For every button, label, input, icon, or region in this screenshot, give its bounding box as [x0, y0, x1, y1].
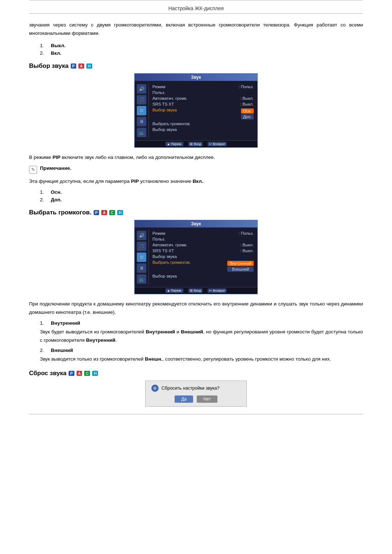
vybor-zvuka-note-text: В режиме PIP включите звук либо на главн… [29, 153, 363, 162]
badge-a-2: A [101, 210, 107, 215]
section-vybor-zvuka-heading: Выбор звука P A H [29, 62, 363, 70]
vybor-zvuka-item-2: 2. Доп. [40, 197, 363, 202]
menu-content-2: 🔊 🎵 ⚙ 🖥 📺 Режим : Польз. Польз. Автомати… [135, 227, 257, 287]
vybrat-num-1: 1. [40, 320, 46, 326]
menu-icon-gear-1: 🖥 [137, 117, 146, 126]
menu-title-bar-2: Звук [135, 220, 257, 227]
vybrat-intro: При подключении продукта к домашнему кин… [29, 300, 363, 317]
option-vnesh: Внешний [227, 267, 254, 272]
list-item-2: 2. Вкл. [40, 50, 363, 56]
list-label-2: Вкл. [51, 50, 61, 56]
vybor-zvuka-item-1: 1. Осн. [40, 189, 363, 195]
section-sbros-title: Сброс звука [29, 370, 66, 377]
section-vybor-zvuka-title: Выбор звука [29, 62, 69, 70]
vzbz-num-1: 1. [40, 189, 46, 195]
vzbz-label-2: Доп. [51, 197, 62, 202]
reset-icon: ⚙ [151, 385, 159, 392]
menu-options-1: Осн. Доп. [241, 108, 254, 120]
vybrat-sub-1: Звук будет выводиться из громкоговорител… [40, 328, 363, 345]
intro-text: звучания через систему с двумя громкогов… [29, 21, 363, 38]
badge-p-2: P [94, 210, 99, 215]
menu-icon-2-gear: 🖥 [137, 263, 146, 273]
note-block-1: ✎ Примечание. [29, 165, 363, 174]
vzbz-label-1: Осн. [51, 189, 62, 195]
menu-row-2-5: Выбор звука [152, 254, 254, 259]
option-osn: Осн. [241, 108, 254, 114]
reset-btn-no[interactable]: Нет [197, 395, 217, 403]
badge-h-2: H [117, 210, 123, 215]
page: Настройка ЖК-дисплея звучания через сист… [0, 0, 392, 554]
section-sbros-heading: Сброс звука P A C H [29, 370, 363, 377]
menu-row-1-4: SRS TS XT : Выкл. [152, 101, 254, 107]
menu-row-2-7: Выбор звука [152, 273, 254, 279]
menu-rows-1: Режим : Польз. Польз. Автоматич. громк. … [149, 82, 257, 139]
menu-content-1: 🔊 🎵 ⚙ 🖥 📺 Режим : Польз. Польз. Автомати… [135, 81, 257, 140]
menu-row-1-6: Выбрать громкогов. [152, 121, 254, 127]
vybrat-sub-2: Звук выводится только из громкоговорител… [40, 355, 363, 364]
menu-row-2-4: SRS TS XT : Выкл. [152, 248, 254, 254]
menu-box-vybrat: Звук 🔊 🎵 ⚙ 🖥 📺 Режим : Польз. Польз. [134, 220, 258, 294]
footer-btn-2-1: ▲ Перем. [166, 288, 184, 293]
vybrat-label-1: Внутренний [51, 320, 80, 326]
footer-btn-1-3: ↩ Возврат [208, 142, 226, 146]
menu-icons-1: 🔊 🎵 ⚙ 🖥 📺 [135, 82, 149, 139]
footer-item-2-3: ↩ Возврат [208, 288, 226, 293]
list-label-1: Выкл. [51, 43, 66, 48]
menu-row-2-2: Польз. [152, 236, 254, 242]
menu-row-2-6: Выбрать громкогов. Внутренний Внешний [152, 259, 254, 273]
option-dop: Доп. [241, 114, 254, 119]
reset-btn-yes[interactable]: Да [175, 395, 193, 403]
menu-icon-sound: 🔊 [137, 84, 146, 94]
badge-c-3: C [84, 371, 90, 376]
footer-btn-1-2: ⊞ Вход [188, 142, 203, 146]
menu-footer-1: ▲ Перем. ⊞ Вход ↩ Возврат [135, 140, 257, 147]
badge-h-3: H [92, 371, 98, 376]
footer-item-2-2: ⊞ Вход [188, 288, 203, 293]
footer-btn-2-2: ⊞ Вход [188, 288, 203, 293]
bottom-border [29, 414, 363, 414]
note-icon-1: ✎ [29, 166, 37, 174]
option-vnutr: Внутренний [227, 261, 254, 266]
vybrat-item-2: 2. Внешний [40, 348, 363, 353]
footer-item-1-3: ↩ Возврат [208, 142, 226, 146]
footer-btn-2-3: ↩ Возврат [208, 288, 226, 293]
menu-icon-tv-1: 📺 [137, 128, 146, 137]
menu-row-1-3: Автоматич. громк. : Выкл. [152, 95, 254, 101]
badge-a-1: A [78, 63, 84, 69]
menu-icons-2: 🔊 🎵 ⚙ 🖥 📺 [135, 229, 149, 286]
reset-dialog-title: ⚙ Сбросить настройки звука? [151, 385, 241, 392]
section-vybrat-title: Выбрать громкогов. [29, 209, 91, 216]
reset-dialog: ⚙ Сбросить настройки звука? Да Нет [145, 381, 247, 407]
reset-question: Сбросить настройки звука? [162, 386, 220, 391]
reset-buttons: Да Нет [151, 395, 241, 403]
menu-icon-2-tv: 📺 [137, 274, 146, 284]
menu-row-1-7: Выбор звука [152, 127, 254, 132]
badge-h-1: H [86, 63, 92, 69]
section-vybrat-heading: Выбрать громкогов. P A C H [29, 209, 363, 216]
page-title: Настройка ЖК-дисплея [29, 3, 363, 14]
footer-btn-1-1: ▲ Перем. [166, 142, 184, 146]
menu-icon-2-adj: 🎵 [137, 242, 146, 251]
menu-icon-active-1: ⚙ [137, 106, 146, 115]
vzbz-num-2: 2. [40, 197, 46, 202]
note-detail-1: Эта функция доступна, если для параметра… [29, 177, 363, 186]
menu-title-bar-1: Звук [135, 74, 257, 81]
vybrat-label-2: Внешний [51, 348, 73, 353]
menu-footer-2: ▲ Перем. ⊞ Вход ↩ Возврат [135, 287, 257, 294]
list-item-1: 1. Выкл. [40, 43, 363, 48]
badge-c-2: C [109, 210, 115, 215]
list-num-1: 1. [40, 43, 46, 48]
vybrat-item-1: 1. Внутренний [40, 320, 363, 326]
menu-rows-2: Режим : Польз. Польз. Автоматич. громк. … [149, 229, 257, 286]
footer-item-2-1: ▲ Перем. [166, 288, 184, 293]
badge-p-3: P [69, 371, 74, 376]
footer-item-1-1: ▲ Перем. [166, 142, 184, 146]
badge-a-3: A [77, 371, 82, 376]
menu-row-1-5: Выбор звука Осн. Доп. [152, 107, 254, 121]
menu-icon-2-active: ⚙ [137, 253, 146, 262]
menu-icon-2-sound: 🔊 [137, 231, 146, 240]
vybrat-num-2: 2. [40, 348, 46, 353]
menu-row-2-1: Режим : Польз. [152, 230, 254, 236]
top-border [29, 0, 363, 0]
menu-row-2-3: Автоматич. громк. : Выкл. [152, 242, 254, 248]
